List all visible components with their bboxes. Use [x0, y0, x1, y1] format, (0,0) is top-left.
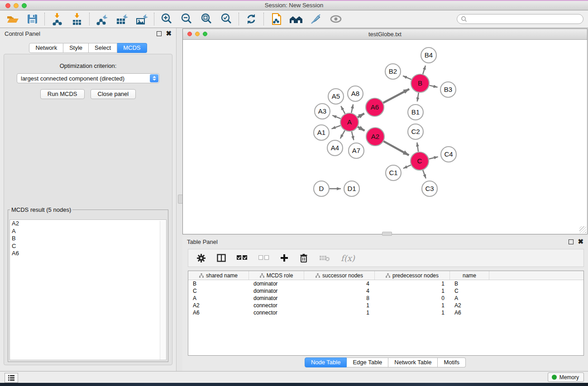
graph-node-D1[interactable]: D1 [344, 181, 359, 196]
graph-edge-A-A6[interactable] [358, 114, 364, 118]
result-list-item[interactable]: C [10, 243, 166, 250]
show-columns-button[interactable] [217, 254, 226, 262]
graph-node-C[interactable]: C [411, 152, 429, 170]
close-table-panel-icon[interactable]: ✖ [578, 239, 583, 244]
graph-edge-A2-C[interactable] [383, 141, 409, 155]
style-toggle-button[interactable] [309, 12, 323, 26]
table-row[interactable]: A2connector11A2 [188, 302, 583, 309]
table-settings-button[interactable] [196, 253, 206, 263]
tab-edge-table[interactable]: Edge Table [347, 357, 388, 367]
float-panel-icon[interactable] [157, 31, 162, 36]
result-list-item[interactable]: A [10, 228, 166, 235]
graph-node-C4[interactable]: C4 [441, 147, 456, 162]
create-column-button[interactable] [280, 254, 288, 262]
graph-edge-A-A7[interactable] [352, 131, 354, 140]
tab-mcds[interactable]: MCDS [117, 43, 147, 53]
tab-network-table[interactable]: Network Table [388, 357, 438, 367]
tab-node-table[interactable]: Node Table [305, 357, 347, 367]
show-hide-button[interactable] [329, 12, 343, 26]
network-close-button[interactable] [187, 32, 192, 36]
column-header-name[interactable]: name [450, 271, 489, 280]
network-canvas[interactable]: AA1A2A3A4A5A6A7A8BB1B2B3B4CC1C2C3C4DD1 [183, 40, 587, 234]
network-zoom-button[interactable] [203, 32, 207, 36]
memory-button[interactable]: Memory [548, 372, 584, 382]
close-panel-icon[interactable]: ✖ [166, 31, 172, 36]
graph-node-B3[interactable]: B3 [440, 82, 456, 97]
search-input[interactable] [467, 15, 579, 23]
new-network-from-selection-button[interactable] [269, 12, 283, 26]
graph-node-C2[interactable]: C2 [408, 124, 423, 139]
home-views-button[interactable] [289, 12, 303, 26]
table-row[interactable]: A6connector11A6 [188, 309, 583, 316]
graph-edge-C-C3[interactable] [423, 170, 426, 179]
task-history-button[interactable] [5, 373, 18, 383]
graph-node-A[interactable]: A [340, 113, 359, 131]
graph-edge-A-A5[interactable] [341, 106, 345, 114]
network-minimize-button[interactable] [195, 32, 200, 36]
criterion-dropdown[interactable]: largest connected component (directed) [17, 73, 159, 83]
deselect-all-button[interactable] [258, 255, 269, 261]
refresh-button[interactable] [244, 12, 258, 26]
graph-edge-B-B3[interactable] [429, 86, 437, 87]
graph-edge-A-A4[interactable] [340, 130, 345, 138]
graph-edge-B-B4[interactable] [423, 66, 425, 74]
graph-node-A5[interactable]: A5 [328, 89, 344, 104]
run-mcds-button[interactable]: Run MCDS [40, 89, 85, 99]
zoom-in-button[interactable] [159, 12, 174, 26]
graph-edge-A6-B[interactable] [383, 89, 410, 103]
graph-node-B2[interactable]: B2 [385, 64, 401, 79]
table-row[interactable]: Bdominator41B [188, 280, 583, 287]
graph-edge-C-C2[interactable] [417, 143, 418, 152]
graph-node-C1[interactable]: C1 [386, 165, 401, 181]
result-list-item[interactable]: A2 [10, 220, 166, 228]
delete-column-button[interactable] [299, 253, 308, 263]
close-panel-button[interactable]: Close panel [91, 89, 136, 99]
save-session-button[interactable] [25, 12, 39, 26]
graph-edge-B-B1[interactable] [417, 93, 419, 102]
graph-edge-C-C4[interactable] [429, 157, 438, 159]
graph-node-A8[interactable]: A8 [348, 86, 363, 101]
zoom-out-button[interactable] [179, 12, 194, 26]
tab-motifs[interactable]: Motifs [438, 357, 466, 367]
float-table-panel-icon[interactable] [569, 239, 574, 244]
close-window-button[interactable] [5, 3, 10, 8]
graph-edge-A-A8[interactable] [351, 105, 353, 113]
window-resize-grip[interactable] [579, 226, 586, 233]
table-row[interactable]: Cdominator41C [188, 287, 583, 295]
column-header-predecessor-nodes[interactable]: predecessor nodes [375, 271, 450, 280]
tab-network[interactable]: Network [29, 43, 63, 53]
graph-node-C3[interactable]: C3 [422, 181, 437, 196]
graph-edge-A-A3[interactable] [332, 115, 340, 119]
result-scrollbar[interactable] [160, 221, 166, 360]
select-all-button[interactable] [237, 255, 248, 261]
zoom-fit-button[interactable] [199, 12, 214, 26]
tab-select[interactable]: Select [89, 43, 117, 53]
import-table-button[interactable] [70, 12, 84, 26]
zoom-window-button[interactable] [22, 3, 27, 8]
column-header-successor-nodes[interactable]: successor nodes [304, 271, 375, 280]
graph-edge-A-A2[interactable] [358, 127, 364, 131]
graph-node-B[interactable]: B [411, 74, 429, 92]
graph-node-A7[interactable]: A7 [349, 143, 364, 158]
graph-node-B1[interactable]: B1 [408, 105, 423, 120]
table-row[interactable]: Adominator80A [188, 295, 583, 302]
graph-node-A6[interactable]: A6 [366, 98, 384, 116]
column-header-mcds-role[interactable]: MCDS role [249, 271, 304, 280]
graph-edge-C-C1[interactable] [403, 165, 411, 169]
graph-node-D[interactable]: D [314, 181, 329, 196]
graph-node-A1[interactable]: A1 [314, 125, 329, 140]
column-header-shared-name[interactable]: shared name [188, 271, 249, 280]
graph-edge-A-A1[interactable] [332, 125, 341, 129]
graph-node-B4[interactable]: B4 [421, 48, 436, 63]
open-file-button[interactable] [5, 12, 19, 26]
zoom-selected-button[interactable] [219, 12, 234, 26]
graph-node-A2[interactable]: A2 [366, 128, 384, 146]
graph-node-A4[interactable]: A4 [327, 140, 343, 156]
minimize-window-button[interactable] [14, 3, 19, 8]
tab-style[interactable]: Style [63, 43, 89, 53]
export-table-button[interactable] [115, 12, 129, 26]
search-field[interactable] [457, 14, 583, 24]
graph-edge-B-B2[interactable] [403, 76, 411, 80]
result-list-item[interactable]: A6 [10, 250, 166, 257]
export-image-button[interactable] [134, 12, 149, 26]
